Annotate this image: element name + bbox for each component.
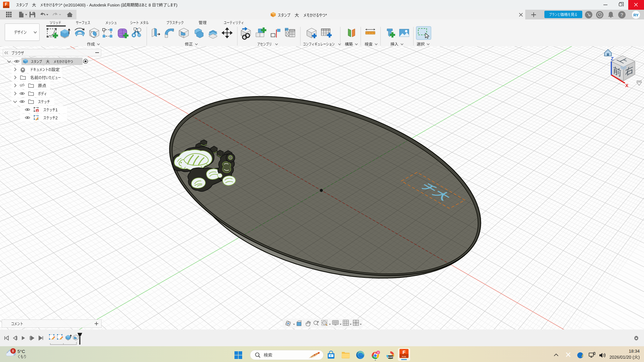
svg-text:F: F — [402, 349, 406, 355]
svg-text:RY: RY — [633, 13, 639, 17]
svg-text:FUS: FUS — [402, 356, 406, 358]
svg-text:R: R — [377, 352, 379, 354]
svg-text:M365: M365 — [388, 356, 393, 358]
svg-text:?: ? — [621, 12, 624, 17]
